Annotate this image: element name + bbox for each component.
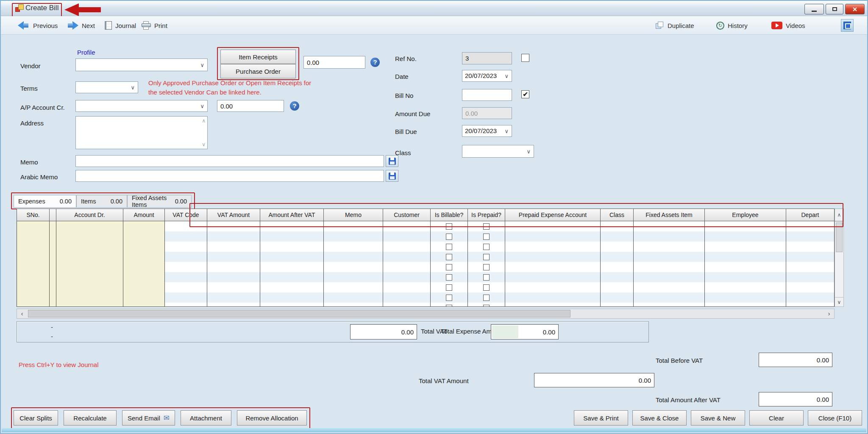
cell-account-dr[interactable] (56, 292, 123, 303)
cell-vat-amount[interactable] (207, 292, 260, 303)
cell-sno[interactable] (17, 231, 50, 242)
cell-sno[interactable] (17, 292, 50, 303)
send-email-button[interactable]: Send Email✉ (122, 410, 175, 426)
memo-save-button[interactable] (386, 155, 398, 167)
cell-blank[interactable] (50, 282, 56, 292)
cell-depart[interactable] (786, 292, 835, 303)
cell-is-billable[interactable] (431, 292, 468, 303)
is-prepaid-checkbox[interactable] (483, 264, 490, 270)
scroll-down-icon[interactable]: ∨ (202, 142, 206, 147)
profile-link[interactable]: Profile (77, 49, 95, 56)
cell-amount-after-vat[interactable] (260, 252, 324, 262)
cell-fixed-assets-item[interactable] (634, 221, 705, 231)
cell-is-prepaid[interactable] (468, 282, 505, 292)
cell-fixed-assets-item[interactable] (634, 292, 705, 303)
cell-employee[interactable] (705, 303, 786, 307)
cell-prepaid-expense-account[interactable] (505, 252, 601, 262)
grid-horizontal-scrollbar[interactable]: ‹ › (17, 309, 835, 319)
close-f10-button[interactable]: Close (F10) (808, 410, 862, 426)
next-button[interactable]: Next (67, 16, 95, 35)
cell-is-prepaid[interactable] (468, 242, 505, 252)
memo-field[interactable] (75, 155, 384, 167)
column-header-customer[interactable]: Customer (383, 209, 431, 221)
cell-is-billable[interactable] (431, 242, 468, 252)
cell-fixed-assets-item[interactable] (634, 231, 705, 242)
cell-vat-amount[interactable] (207, 262, 260, 272)
cell-sno[interactable] (17, 221, 50, 231)
save-close-button[interactable]: Save & Close (632, 410, 687, 426)
cell-blank[interactable] (50, 221, 56, 231)
cell-employee[interactable] (705, 272, 786, 282)
attachment-button[interactable]: Attachment (181, 410, 231, 426)
scroll-down-icon[interactable]: ∨ (835, 297, 843, 306)
cell-vat-amount[interactable] (207, 303, 260, 307)
cell-fixed-assets-item[interactable] (634, 303, 705, 307)
is-prepaid-checkbox[interactable] (483, 295, 490, 301)
column-header-is-prepaid[interactable]: Is Prepaid? (468, 209, 505, 221)
scrollbar-thumb[interactable] (836, 223, 843, 252)
is-billable-checkbox[interactable] (446, 305, 452, 307)
table-row[interactable] (17, 303, 844, 307)
cell-is-prepaid[interactable] (468, 292, 505, 303)
cell-vat-amount[interactable] (207, 242, 260, 252)
cell-amount[interactable] (123, 292, 165, 303)
cell-customer[interactable] (383, 282, 431, 292)
is-billable-checkbox[interactable] (446, 244, 452, 250)
cell-employee[interactable] (705, 252, 786, 262)
cell-amount-after-vat[interactable] (260, 272, 324, 282)
cell-prepaid-expense-account[interactable] (505, 303, 601, 307)
is-prepaid-checkbox[interactable] (483, 284, 490, 291)
cell-sno[interactable] (17, 303, 50, 307)
column-header-prepaid-expense-account[interactable]: Prepaid Expense Account (505, 209, 601, 221)
cell-amount[interactable] (123, 262, 165, 272)
cell-class[interactable] (601, 292, 634, 303)
column-header-employee[interactable]: Employee (705, 209, 786, 221)
remove-allocation-button[interactable]: Remove Allocation (237, 410, 307, 426)
cell-fixed-assets-item[interactable] (634, 272, 705, 282)
videos-button[interactable]: Videos (771, 16, 805, 35)
cell-employee[interactable] (705, 282, 786, 292)
cell-class[interactable] (601, 282, 634, 292)
scroll-left-icon[interactable]: ‹ (17, 309, 27, 318)
cell-vat-code[interactable] (165, 282, 207, 292)
cell-memo[interactable] (324, 303, 383, 307)
history-button[interactable]: ↻ History (716, 16, 748, 35)
cell-is-prepaid[interactable] (468, 272, 505, 282)
cell-is-prepaid[interactable] (468, 252, 505, 262)
cell-account-dr[interactable] (56, 252, 123, 262)
save-print-button[interactable]: Save & Print (574, 410, 628, 426)
cell-depart[interactable] (786, 242, 835, 252)
table-row[interactable] (17, 252, 844, 262)
terms-combobox[interactable]: ∨ (75, 81, 138, 93)
cell-memo[interactable] (324, 252, 383, 262)
cell-sno[interactable] (17, 282, 50, 292)
cell-amount-after-vat[interactable] (260, 221, 324, 231)
cell-vat-amount[interactable] (207, 231, 260, 242)
cell-class[interactable] (601, 262, 634, 272)
cell-blank[interactable] (50, 303, 56, 307)
cell-prepaid-expense-account[interactable] (505, 221, 601, 231)
cell-memo[interactable] (324, 242, 383, 252)
cell-depart[interactable] (786, 252, 835, 262)
arabic-memo-save-button[interactable] (386, 170, 398, 182)
cell-blank[interactable] (50, 292, 56, 303)
cell-class[interactable] (601, 303, 634, 307)
cell-amount[interactable] (123, 242, 165, 252)
column-header-blank[interactable] (50, 209, 56, 221)
cell-class[interactable] (601, 252, 634, 262)
cell-fixed-assets-item[interactable] (634, 262, 705, 272)
scroll-up-icon[interactable]: ∧ (202, 118, 206, 124)
previous-button[interactable]: Previous (18, 16, 58, 35)
clear-button[interactable]: Clear (749, 410, 804, 426)
recalculate-button[interactable]: Recalculate (64, 410, 117, 426)
cell-is-prepaid[interactable] (468, 231, 505, 242)
cell-depart[interactable] (786, 262, 835, 272)
cell-memo[interactable] (324, 221, 383, 231)
cell-is-billable[interactable] (431, 231, 468, 242)
cell-is-billable[interactable] (431, 221, 468, 231)
table-row[interactable] (17, 221, 844, 231)
ap-account-combobox[interactable]: ∨ (75, 100, 208, 112)
cell-memo[interactable] (324, 292, 383, 303)
cell-customer[interactable] (383, 292, 431, 303)
close-button[interactable]: ✕ (845, 4, 865, 14)
